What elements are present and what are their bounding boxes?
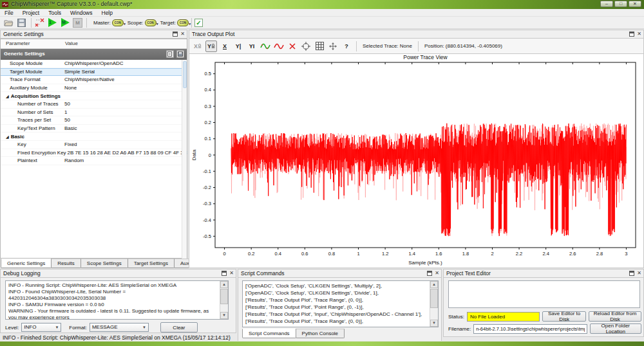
script-scrollbar[interactable]: ▲ ▼ [430, 281, 438, 327]
project-text-editor-dock-header[interactable]: Project Text Editor ✕ [443, 269, 644, 278]
param-row[interactable]: PlaintextRandom [1, 157, 183, 165]
title-bar[interactable]: ChipWhisperer™ Capture V3.3.0 - default.… [0, 0, 644, 9]
param-group-row[interactable]: ◢Basic [1, 132, 183, 141]
table-scrollbar[interactable] [182, 60, 187, 259]
persistence-button[interactable] [260, 41, 271, 52]
scroll-up-icon[interactable]: ▲ [430, 281, 438, 288]
save-editor-button[interactable]: Save Editor to Disk [542, 311, 586, 322]
reload-editor-button[interactable]: Reload Editor from Disk [589, 311, 641, 322]
param-value[interactable]: ChipWhisperer/Native [64, 77, 115, 82]
scroll-up-icon[interactable]: ▲ [220, 281, 228, 288]
copy-params-icon[interactable] [166, 50, 174, 58]
x-axis-lock-button[interactable]: X [192, 41, 204, 52]
script-commands-text[interactable]: ['OpenADC', 'Clock Setup', 'CLKGEN Setti… [242, 280, 439, 327]
param-group-row[interactable]: ◢Acquisition Settings [1, 92, 183, 100]
param-value[interactable]: Fixed [64, 141, 77, 147]
param-row[interactable]: Traces per Set50 [1, 116, 183, 125]
minimize-button[interactable]: – [600, 1, 613, 7]
log-format-select[interactable]: MESSAGE▼ [90, 323, 149, 332]
menu-tools[interactable]: Tools [44, 10, 66, 16]
crosshair-button[interactable] [300, 41, 312, 52]
tab-scope-settings[interactable]: Scope Settings [80, 259, 128, 268]
master-connect-button[interactable]: CON▾ [112, 19, 124, 26]
save-params-icon[interactable] [176, 50, 184, 58]
scrollbar-thumb[interactable] [220, 289, 228, 304]
param-row[interactable]: Key/Text PatternBasic [1, 125, 183, 133]
tab-script-commands[interactable]: Script Commands [242, 329, 296, 338]
connect-all-button[interactable] [34, 17, 46, 28]
param-value[interactable]: 2B 7E 15 16 28 AE D2 A6 AB F7 15 88 09 C… [68, 150, 187, 156]
capture-multi-button[interactable]: M [60, 17, 71, 28]
close-panel-icon[interactable]: ✕ [229, 271, 234, 276]
generic-settings-dock-header[interactable]: Generic Settings ✕ [0, 30, 187, 39]
scrollbar-thumb[interactable] [183, 61, 187, 88]
menu-project[interactable]: Project [18, 10, 44, 16]
debug-log-scrollbar[interactable]: ▲ ▼ [220, 281, 228, 319]
param-value[interactable]: None [64, 85, 77, 91]
debug-logging-dock-header[interactable]: Debug Logging ✕ [0, 269, 236, 278]
clear-log-button[interactable]: Clear [160, 322, 198, 332]
power-trace-chart[interactable]: 00.20.40.60.811.21.41.61.822.22.42.62.83… [189, 54, 643, 267]
float-panel-icon[interactable] [173, 32, 178, 37]
tab-results[interactable]: Results [51, 259, 81, 268]
tab-python-console[interactable]: Python Console [296, 329, 345, 338]
param-value[interactable]: 50 [64, 101, 70, 107]
expand-arrow-icon[interactable]: ◢ [6, 94, 9, 98]
param-value[interactable]: Random [64, 158, 84, 163]
close-button[interactable]: ✕ [629, 1, 641, 7]
scroll-down-icon[interactable]: ▼ [220, 312, 228, 319]
param-value[interactable]: Simple Serial [64, 69, 95, 75]
target-connect-button[interactable]: CON▾ [177, 19, 189, 26]
y-full-button[interactable]: Y| [232, 41, 244, 52]
debug-log-text[interactable]: INFO - Running Script: ChipWhisperer-Lit… [5, 280, 229, 320]
param-row[interactable]: Target ModuleSimple Serial [1, 68, 183, 77]
param-row[interactable]: KeyFixed [1, 141, 183, 149]
y-axis-lock-button[interactable]: Y [205, 41, 217, 52]
float-panel-icon[interactable] [629, 32, 634, 37]
param-row[interactable]: Scope ModuleChipWhisperer/OpenADC [1, 60, 183, 68]
pan-button[interactable] [327, 41, 339, 52]
close-panel-icon[interactable]: ✕ [180, 32, 185, 37]
param-row[interactable]: Number of Sets1 [1, 109, 183, 117]
menu-help[interactable]: Help [97, 10, 117, 16]
param-row[interactable]: Trace FormatChipWhisperer/Native [1, 76, 183, 84]
scope-connect-button[interactable]: CON▾ [145, 19, 156, 26]
param-value[interactable]: 50 [64, 117, 70, 123]
param-value[interactable]: ChipWhisperer/OpenADC [64, 60, 124, 66]
log-level-select[interactable]: INFO▼ [21, 323, 61, 332]
expand-arrow-icon[interactable]: ◢ [6, 134, 9, 139]
trace-plot-dock-header[interactable]: Trace Output Plot ✕ [189, 30, 644, 39]
tab-target-settings[interactable]: Target Settings [128, 259, 175, 268]
capture-1-button[interactable]: 1 [47, 17, 59, 28]
open-project-button[interactable] [3, 17, 14, 28]
float-panel-icon[interactable] [222, 271, 227, 276]
help-button[interactable]: ? [341, 41, 352, 52]
close-panel-icon[interactable]: ✕ [637, 271, 641, 276]
scroll-down-icon[interactable]: ▼ [430, 320, 438, 327]
x-autorange-button[interactable]: X [219, 41, 231, 52]
generic-settings-group-bar[interactable]: Generic Settings [1, 49, 187, 60]
close-panel-icon[interactable]: ✕ [435, 271, 439, 276]
param-row[interactable]: Number of Traces50 [1, 100, 183, 109]
tab-generic-settings[interactable]: Generic Settings [1, 259, 52, 268]
param-row[interactable]: Fixed Encryption Key2B 7E 15 16 28 AE D2… [1, 149, 183, 158]
close-panel-icon[interactable]: ✕ [637, 32, 641, 37]
filename-input[interactable] [473, 324, 587, 334]
float-panel-icon[interactable] [629, 271, 634, 276]
menu-windows[interactable]: Windows [66, 10, 97, 16]
open-folder-button[interactable]: Open Folder Location [590, 323, 641, 334]
validate-settings-button[interactable]: ✓ [194, 19, 203, 27]
clear-traces-button[interactable] [287, 41, 298, 52]
project-editor-textarea[interactable] [448, 280, 640, 308]
param-value[interactable]: Basic [64, 125, 77, 131]
scrollbar-thumb[interactable] [430, 289, 438, 308]
menu-file[interactable]: File [0, 10, 18, 16]
param-value[interactable]: 1 [64, 109, 67, 115]
save-project-button[interactable] [15, 17, 27, 28]
float-panel-icon[interactable] [427, 271, 432, 276]
param-row[interactable]: Auxiliary ModuleNone [1, 84, 183, 93]
y-fit-button[interactable]: YI [246, 41, 258, 52]
grid-button[interactable] [314, 41, 325, 52]
script-commands-dock-header[interactable]: Script Commands ✕ [238, 269, 442, 278]
redraw-button[interactable] [273, 41, 285, 52]
